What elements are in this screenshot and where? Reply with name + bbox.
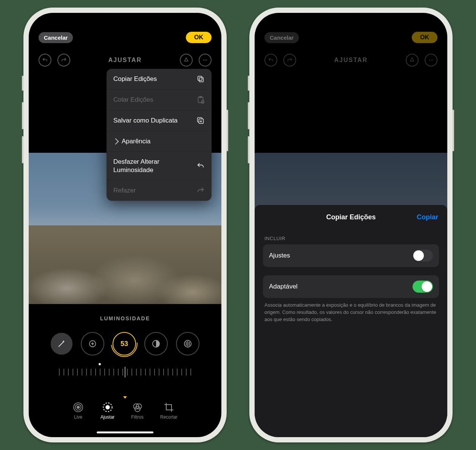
copy-action-button[interactable]: Copiar <box>417 213 438 221</box>
tab-adjust[interactable]: Ajustar <box>100 402 114 420</box>
markup-icon[interactable] <box>180 54 193 67</box>
brightness-dial[interactable]: 53 <box>113 332 136 355</box>
auto-enhance-button[interactable] <box>51 333 73 355</box>
menu-redo: Refazer <box>107 180 212 201</box>
adjustment-name: LUMINOSIDADE <box>29 315 221 321</box>
adjust-icon <box>102 402 113 413</box>
photo-preview <box>255 153 447 213</box>
adaptive-note: Associa automaticamente a exposição e o … <box>263 302 439 323</box>
svg-point-6 <box>77 406 80 409</box>
phone-right: Cancelar OK AJUSTAR <box>249 8 453 442</box>
chevron-right-icon <box>113 138 119 144</box>
tab-filters[interactable]: Filtros <box>131 402 144 420</box>
redo-icon[interactable] <box>57 54 70 67</box>
adjustments-toggle[interactable] <box>413 250 433 262</box>
svg-rect-15 <box>198 76 202 81</box>
svg-point-21 <box>431 60 432 61</box>
svg-point-0 <box>203 60 204 61</box>
svg-point-22 <box>432 60 433 61</box>
exposure-dial[interactable] <box>81 332 104 355</box>
undo-icon <box>264 54 277 67</box>
menu-paste-edits: Colar Edições <box>107 90 212 110</box>
tab-crop[interactable]: Recortar <box>160 402 178 420</box>
include-adjustments-row[interactable]: Ajustes <box>263 244 439 267</box>
home-indicator[interactable] <box>97 431 153 433</box>
menu-copy-edits[interactable]: Copiar Edições <box>107 69 212 90</box>
tab-live[interactable]: Live <box>73 402 84 420</box>
context-menu: Copiar Edições Colar Edições Salvar como… <box>107 69 212 201</box>
svg-point-20 <box>429 60 430 61</box>
svg-point-10 <box>106 405 109 409</box>
live-icon <box>73 402 84 413</box>
paste-icon <box>196 96 205 104</box>
crop-icon <box>163 402 175 413</box>
filters-icon <box>132 402 143 413</box>
redo-arrow-icon <box>196 186 205 195</box>
menu-undo-brightness[interactable]: Desfazer Alterar Luminosidade <box>107 152 212 180</box>
cancel-button: Cancelar <box>264 32 299 43</box>
menu-appearance[interactable]: Aparência <box>107 131 212 152</box>
copy-edits-sheet: Copiar Edições Copiar INCLUIR Ajustes Ad… <box>255 205 447 437</box>
more-icon <box>425 54 437 67</box>
highlights-dial[interactable] <box>144 332 168 355</box>
adaptive-toggle[interactable] <box>413 281 433 293</box>
svg-rect-14 <box>199 78 203 82</box>
sheet-title: Copiar Edições <box>326 213 376 221</box>
svg-point-18 <box>201 101 204 103</box>
mode-title: AJUSTAR <box>334 57 368 64</box>
undo-arrow-icon <box>196 162 205 170</box>
markup-icon <box>406 54 419 67</box>
undo-icon[interactable] <box>39 54 51 67</box>
ok-button[interactable]: OK <box>186 32 212 43</box>
duplicate-icon <box>196 116 205 125</box>
adaptive-row[interactable]: Adaptável <box>263 275 439 298</box>
shadows-dial[interactable] <box>176 332 199 355</box>
copy-icon <box>196 75 205 83</box>
more-icon[interactable] <box>199 54 212 67</box>
svg-point-2 <box>206 60 207 61</box>
cancel-button[interactable]: Cancelar <box>39 32 73 43</box>
mode-title: AJUSTAR <box>108 57 142 64</box>
menu-save-duplicate[interactable]: Salvar como Duplicata <box>107 110 212 131</box>
ok-button: OK <box>412 32 437 43</box>
phone-left: Cancelar OK AJUSTAR <box>23 8 227 442</box>
svg-point-1 <box>205 60 206 61</box>
include-section-label: INCLUIR <box>264 236 439 241</box>
redo-icon <box>283 54 296 67</box>
adjustment-slider[interactable] <box>59 365 191 380</box>
adjustment-dials: 53 <box>29 332 221 355</box>
